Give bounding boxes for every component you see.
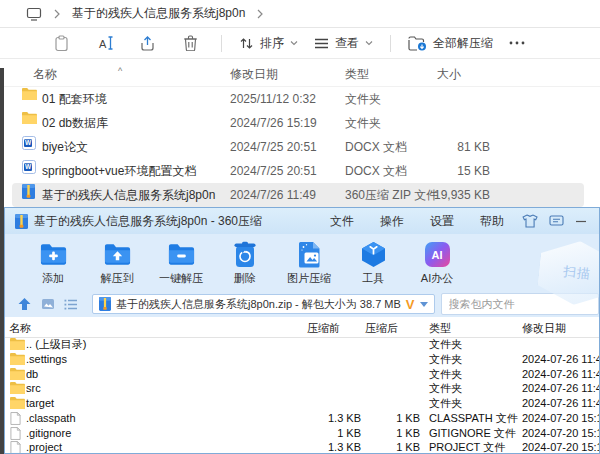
entry-size-before: 1.3 KB <box>281 411 361 426</box>
chevron-right-icon[interactable] <box>53 9 61 19</box>
chevron-down-icon <box>290 40 298 46</box>
toolbar-divider <box>390 35 391 52</box>
entry-name: .settings <box>26 352 67 367</box>
entry-type: 文件夹 <box>429 337 462 352</box>
image-compress-icon <box>298 240 321 269</box>
chevron-down-icon <box>365 40 373 46</box>
view-button[interactable]: 查看 <box>306 31 381 55</box>
menu-item[interactable]: 文件 <box>330 213 354 230</box>
list-view-icon[interactable] <box>64 299 78 310</box>
entry-type: 文件夹 <box>429 352 462 367</box>
archive-row[interactable]: .. (上级目录)文件夹 <box>5 337 599 352</box>
scan-promo-label: 扫描 <box>562 263 592 284</box>
file-row[interactable]: 01 配套环境2025/11/12 0:32文件夹 <box>0 87 600 111</box>
zip-file-icon <box>99 297 111 311</box>
chevron-right-icon[interactable] <box>256 9 264 19</box>
archive-path-field[interactable]: 基于的残疾人信息服务系统j8p0n.zip - 解包大小为 38.7 MB V <box>92 294 435 314</box>
archive-row[interactable]: target文件夹2024-07-26 11:49 <box>5 396 599 411</box>
explorer-file-list: 01 配套环境2025/11/12 0:32文件夹02 db数据库2024/7/… <box>0 87 600 209</box>
file-row[interactable]: 02 db数据库2024/7/26 15:19文件夹 <box>0 111 600 135</box>
tool-label: 工具 <box>362 271 384 286</box>
archive-row[interactable]: .project1.3 KB1 KBPROJECT 文件2024-07-20 1… <box>5 440 599 453</box>
entry-size-before: 1 KB <box>281 426 361 441</box>
archive-row[interactable]: .settings文件夹2024-07-26 11:49 <box>5 352 599 367</box>
svg-text:W: W <box>25 163 32 170</box>
extract-all-icon <box>408 36 427 51</box>
dropdown-caret-icon[interactable] <box>420 302 428 311</box>
folder-icon <box>10 353 25 367</box>
archive-row[interactable]: .classpath1.3 KB1 KBCLASSPATH 文件2024-07-… <box>5 411 599 426</box>
file-date: 2024/7/26 11:49 <box>230 183 316 207</box>
folder-icon <box>22 112 37 127</box>
column-header-type[interactable]: 类型 <box>345 66 369 83</box>
column-header-after[interactable]: 压缩后 <box>365 321 398 336</box>
tool-tools-hex[interactable]: 工具 <box>341 234 405 291</box>
entry-date: 2024-07-20 15:11 <box>522 411 599 426</box>
tool-image-compress[interactable]: 图片压缩 <box>277 234 341 291</box>
file-name: springboot+vue环境配置文档 <box>42 159 196 183</box>
file-name: 02 db数据库 <box>42 111 108 135</box>
entry-type: GITIGNORE 文件 <box>429 426 516 441</box>
more-options-button[interactable] <box>501 31 533 55</box>
column-header-size[interactable]: 大小 <box>437 66 461 83</box>
skin-theme-icon[interactable] <box>522 214 538 228</box>
column-header-before[interactable]: 压缩前 <box>307 321 340 336</box>
extract-all-button[interactable]: 全部解压缩 <box>400 31 501 55</box>
share-button[interactable] <box>126 30 169 56</box>
file-icon <box>10 412 21 427</box>
menu-item[interactable]: 设置 <box>430 213 454 230</box>
up-directory-icon[interactable] <box>17 297 32 311</box>
sort-button[interactable]: 排序 <box>231 31 306 55</box>
file-type: 文件夹 <box>345 111 381 135</box>
folder-icon <box>10 382 25 396</box>
entry-name: src <box>26 381 41 396</box>
menu-item[interactable]: 操作 <box>380 213 404 230</box>
window-title: 基于的残疾人信息服务系统j8p0n - 360压缩 <box>34 213 262 230</box>
entry-name: .. (上级目录) <box>26 337 87 352</box>
file-name: biye论文 <box>42 135 88 159</box>
column-header-name[interactable]: 名称 <box>33 66 57 83</box>
more-options-icon <box>509 41 525 45</box>
paste-icon <box>53 35 70 52</box>
entry-date: 2024-07-26 11:49 <box>522 367 599 382</box>
feedback-icon[interactable] <box>549 215 564 227</box>
column-header-name[interactable]: 名称 <box>9 321 31 336</box>
tool-ai[interactable]: AIAI办公 <box>405 234 469 291</box>
archive-row[interactable]: .gitignore1 KB1 KBGITIGNORE 文件2024-07-20… <box>5 426 599 441</box>
file-type: 文件夹 <box>345 87 381 111</box>
menu-item[interactable]: 帮助 <box>480 213 504 230</box>
share-icon <box>139 35 156 51</box>
360zip-titlebar[interactable]: 基于的残疾人信息服务系统j8p0n - 360压缩 文件操作设置帮助 <box>5 208 599 234</box>
column-header-date[interactable]: 修改日期 <box>230 66 278 83</box>
entry-name: .gitignore <box>26 426 71 441</box>
360zip-toolbar: 添加解压到一键解压删除图片压缩工具AIAI办公 <box>5 234 599 291</box>
explorer-column-headers: 名称 ^ 修改日期 类型 大小 <box>0 61 600 87</box>
this-pc-icon[interactable] <box>26 7 42 21</box>
zip-icon <box>22 184 35 202</box>
360zip-address-bar: 基于的残疾人信息服务系统j8p0n.zip - 解包大小为 38.7 MB V <box>5 291 599 317</box>
folder-icon <box>10 397 25 411</box>
minimize-icon[interactable] <box>575 215 587 227</box>
entry-type: PROJECT 文件 <box>429 440 505 453</box>
file-row[interactable]: 基于的残疾人信息服务系统j8p0n2024/7/26 11:49360压缩 ZI… <box>0 183 600 207</box>
archive-column-headers: 名称 压缩前 压缩后 类型 修改日期 <box>5 317 599 338</box>
file-row[interactable]: Wspringboot+vue环境配置文档2024/7/25 20:51DOCX… <box>0 159 600 183</box>
paste-button[interactable] <box>40 30 83 56</box>
tool-folder-oneclick[interactable]: 一键解压 <box>149 234 213 291</box>
tool-label: 图片压缩 <box>287 271 331 286</box>
archive-row[interactable]: src文件夹2024-07-26 11:49 <box>5 381 599 396</box>
archive-file-list: .. (上级目录)文件夹.settings文件夹2024-07-26 11:49… <box>5 337 599 453</box>
tool-trash-blue[interactable]: 删除 <box>213 234 277 291</box>
file-row[interactable]: Wbiye论文2024/7/25 20:51DOCX 文档81 KB <box>0 135 600 159</box>
breadcrumb-folder-name[interactable]: 基于的残疾人信息服务系统j8p0n <box>72 5 245 22</box>
rename-button[interactable]: A <box>83 30 126 56</box>
thumbnail-view-icon[interactable] <box>41 298 55 310</box>
entry-date: 2024-07-20 15:11 <box>522 440 599 453</box>
column-header-type[interactable]: 类型 <box>429 321 451 336</box>
column-header-date[interactable]: 修改日期 <box>522 321 566 336</box>
archive-row[interactable]: db文件夹2024-07-26 11:49 <box>5 367 599 382</box>
tool-folder-extract[interactable]: 解压到 <box>85 234 149 291</box>
background-window-edge <box>0 68 4 454</box>
delete-button[interactable] <box>169 30 212 56</box>
tool-folder-plus[interactable]: 添加 <box>21 234 85 291</box>
